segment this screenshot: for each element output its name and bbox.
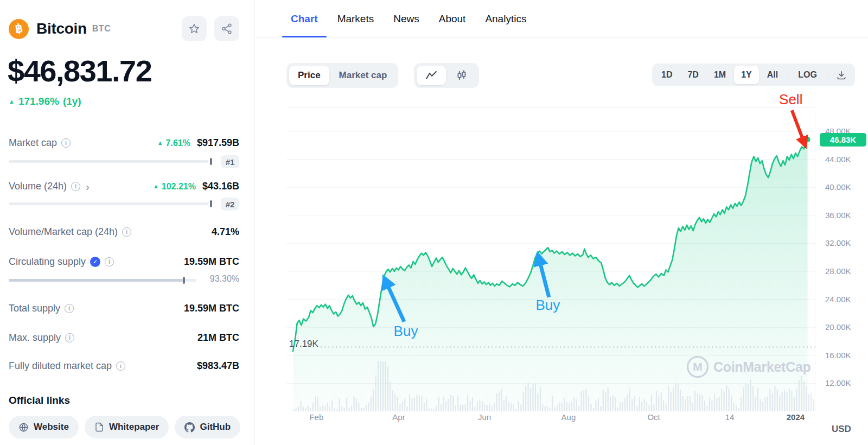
x-axis-tick-label: 14	[725, 412, 735, 422]
stat-value: 19.59M BTC	[184, 303, 239, 314]
share-button[interactable]	[214, 16, 239, 41]
line-chart-option[interactable]	[417, 66, 446, 85]
download-chart-button[interactable]	[830, 66, 853, 84]
stat-value: $983.47B	[197, 360, 239, 372]
stat-row-market-cap: Market capi ▲7.61%$917.59B	[9, 137, 239, 150]
range-toolbar: 1D 7D 1M 1Y All LOG	[652, 63, 855, 86]
stat-label: Volume (24h)	[9, 181, 67, 192]
progress-tick	[210, 200, 212, 207]
verified-badge-icon: ✓	[90, 257, 100, 267]
sell-annotation: Sell	[779, 91, 802, 107]
stat-change: ▲102.21%	[153, 182, 196, 192]
metric-marketcap-option[interactable]: Market cap	[330, 66, 396, 85]
coin-tabs: Chart Markets News About Analytics	[255, 0, 868, 38]
log-scale-toggle[interactable]: LOG	[791, 66, 824, 84]
volume-progress-bar	[9, 202, 208, 205]
y-axis-tick-label: 44.00K	[825, 155, 851, 164]
stat-label: Total supply	[9, 303, 60, 314]
y-axis-tick-label: 40.00K	[825, 182, 851, 192]
range-1d[interactable]: 1D	[654, 66, 679, 84]
bitcoin-logo-icon: ฿	[9, 19, 29, 39]
range-7d[interactable]: 7D	[680, 66, 705, 84]
stat-label: Volume/Market cap (24h)	[9, 226, 118, 238]
y-axis-tick-label: 20.00K	[825, 322, 851, 332]
up-arrow-icon: ▲	[157, 140, 163, 146]
metric-price-option[interactable]: Price	[289, 66, 329, 85]
stat-row-total-supply: Total supplyi 19.59M BTC	[9, 303, 239, 316]
x-axis-tick-label: Jun	[478, 412, 491, 422]
info-icon[interactable]: i	[105, 257, 114, 266]
price-change-1y: ▲ 171.96% (1y)	[9, 96, 81, 107]
up-arrow-icon: ▲	[9, 99, 15, 105]
coin-name: Bitcoin	[36, 20, 87, 37]
currency-label: USD	[832, 424, 851, 435]
candlestick-icon	[456, 69, 468, 81]
rank-badge: #2	[221, 198, 239, 211]
candlestick-chart-option[interactable]	[447, 66, 476, 85]
stat-label: Circulating supply	[9, 256, 86, 268]
x-axis-tick-label: Oct	[647, 412, 660, 422]
coin-actions	[182, 16, 239, 41]
tab-about[interactable]: About	[430, 0, 475, 37]
download-icon	[836, 69, 847, 80]
tab-chart[interactable]: Chart	[282, 0, 327, 37]
tab-analytics[interactable]: Analytics	[476, 0, 535, 37]
x-axis-tick-label: Apr	[392, 412, 405, 422]
github-link-button[interactable]: GitHub	[175, 416, 240, 438]
range-1m[interactable]: 1M	[707, 66, 733, 84]
share-icon	[221, 23, 233, 35]
buy-annotation: Buy	[394, 322, 418, 339]
info-icon[interactable]: i	[65, 333, 74, 342]
y-axis-tick-label: 24.00K	[825, 295, 851, 304]
coin-price: $46,831.72	[8, 53, 151, 88]
circulating-supply-percent: 93.30%	[210, 274, 239, 284]
btc-glyph: ฿	[14, 21, 23, 36]
price-change-period: (1y)	[63, 96, 81, 107]
official-links-heading: Official links	[9, 395, 70, 406]
watermark-text: CoinMarketCap	[713, 359, 810, 375]
y-axis-tick-label: 16.00K	[825, 351, 851, 360]
stat-row-max-supply: Max. supplyi 21M BTC	[9, 332, 239, 345]
tab-markets[interactable]: Markets	[329, 0, 383, 37]
globe-icon	[18, 422, 29, 433]
x-axis-tick-label: 2024	[787, 412, 805, 422]
metric-toggle: Price Market cap	[286, 63, 398, 88]
whitepaper-link-button[interactable]: Whitepaper	[85, 416, 169, 438]
watchlist-star-button[interactable]	[182, 16, 207, 41]
info-icon[interactable]: i	[122, 227, 131, 237]
info-icon[interactable]: i	[61, 138, 71, 148]
circulating-supply-progress-bar	[9, 279, 196, 282]
github-icon	[184, 422, 195, 433]
progress-tick	[210, 158, 212, 165]
range-1y[interactable]: 1Y	[734, 66, 759, 84]
stat-row-volume: Volume (24h)i› ▲102.21%$43.16B	[9, 181, 239, 194]
tab-news[interactable]: News	[385, 0, 428, 37]
y-axis-tick-label: 12.00K	[825, 378, 851, 387]
stat-label: Market cap	[9, 137, 57, 149]
stat-label: Fully diluted market cap	[9, 360, 112, 372]
price-change-value: 171.96%	[18, 96, 59, 107]
coinmarketcap-bitcoin-page: ฿ Bitcoin BTC $46,831.72 ▲ 171.96% (1y) …	[0, 0, 868, 445]
range-all[interactable]: All	[760, 66, 785, 84]
coin-symbol: BTC	[92, 24, 111, 34]
rank-badge: #1	[221, 155, 239, 168]
website-link-button[interactable]: Website	[9, 416, 79, 438]
divider	[827, 70, 827, 80]
stat-value: 19.59M BTC	[184, 256, 239, 268]
stat-row-volume-marketcap: Volume/Market cap (24h)i 4.71%	[9, 226, 239, 239]
info-icon[interactable]: i	[71, 182, 80, 191]
up-arrow-icon: ▲	[153, 183, 159, 189]
coin-sidebar: ฿ Bitcoin BTC $46,831.72 ▲ 171.96% (1y) …	[0, 0, 255, 445]
info-icon[interactable]: i	[116, 361, 125, 371]
stat-label: Max. supply	[9, 332, 61, 344]
line-chart-icon	[425, 71, 437, 80]
info-icon[interactable]: i	[65, 304, 74, 313]
x-axis-tick-label: Feb	[309, 412, 323, 422]
stat-value: 4.71%	[212, 226, 239, 238]
divider	[788, 70, 788, 80]
stat-row-circulating-supply: Circulating supply✓i 19.59M BTC	[9, 256, 239, 269]
chevron-right-icon[interactable]: ›	[86, 181, 90, 192]
stat-value: $917.59B	[197, 137, 239, 149]
star-icon	[188, 23, 200, 35]
official-links: Website Whitepaper GitHub	[9, 416, 240, 438]
